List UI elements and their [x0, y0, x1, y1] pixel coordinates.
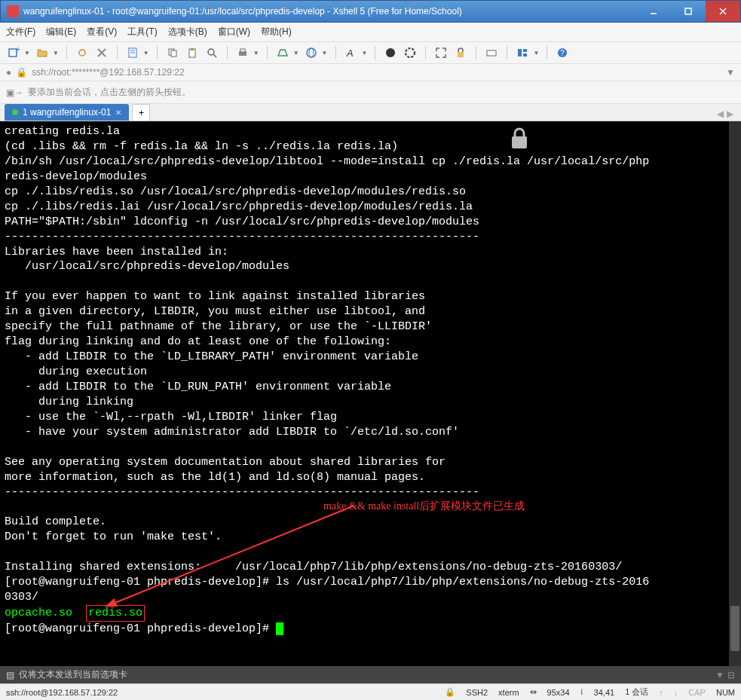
svg-point-19	[307, 48, 316, 57]
find-icon[interactable]	[204, 45, 219, 60]
fullscreen-icon[interactable]	[433, 45, 449, 60]
color-scheme-icon[interactable]	[383, 45, 398, 60]
menu-tools[interactable]: 工具(T)	[127, 26, 157, 38]
terminal-line: ----------------------------------------…	[5, 485, 736, 500]
reconnect-icon[interactable]	[75, 45, 90, 60]
tab-next-icon[interactable]: ▶	[727, 109, 733, 119]
status-size-icon: ⇔	[530, 687, 537, 697]
scroll-thumb[interactable]	[730, 606, 739, 651]
help-icon[interactable]: ?	[555, 45, 570, 60]
maximize-button[interactable]	[671, 1, 706, 22]
bullet-icon: ●	[6, 67, 11, 78]
add-session-icon[interactable]: ▣→	[6, 87, 23, 98]
menu-tabs[interactable]: 选项卡(B)	[168, 26, 207, 38]
layout-dropdown[interactable]: ▼	[533, 50, 539, 57]
layout-icon[interactable]	[515, 45, 530, 60]
connection-status-icon	[12, 109, 18, 115]
menu-edit[interactable]: 编辑(E)	[46, 26, 76, 38]
menu-file[interactable]: 文件(F)	[6, 26, 35, 38]
svg-point-22	[386, 48, 395, 57]
terminal-line: - use the `-Wl,--rpath -Wl,LIBDIR' linke…	[5, 410, 736, 425]
properties-icon[interactable]	[125, 45, 140, 60]
svg-rect-25	[487, 50, 496, 56]
xftp-dropdown[interactable]: ▼	[293, 50, 299, 57]
menu-window[interactable]: 窗口(W)	[218, 26, 250, 38]
paste-lock-icon	[509, 127, 530, 151]
globe-icon[interactable]	[304, 45, 319, 60]
svg-rect-33	[512, 136, 527, 148]
terminal-line: ----------------------------------------…	[5, 230, 736, 245]
annotation-line: make && make install后扩展模块文件已生成	[5, 500, 736, 515]
svg-line-16	[213, 54, 216, 57]
send-target-text: 仅将文本发送到当前选项卡	[19, 668, 127, 681]
properties-dropdown[interactable]: ▼	[143, 50, 149, 57]
new-session-dropdown[interactable]: ▼	[24, 50, 30, 57]
menu-view[interactable]: 查看(V)	[87, 26, 117, 38]
address-input[interactable]	[32, 67, 721, 78]
globe-dropdown[interactable]: ▼	[322, 50, 328, 57]
tab-close-icon[interactable]: ✕	[115, 109, 121, 117]
status-position: 34,41	[594, 688, 615, 697]
svg-rect-12	[171, 50, 176, 57]
tab-prev-icon[interactable]: ◀	[717, 109, 724, 119]
lock-icon[interactable]	[453, 45, 468, 60]
font-dropdown[interactable]: ▼	[362, 50, 368, 57]
status-up-icon[interactable]: ↑	[659, 688, 663, 697]
svg-rect-14	[191, 48, 194, 50]
keyboard-icon[interactable]	[484, 45, 499, 60]
tipbar: ▣→ 要添加当前会话，点击左侧的箭头按钮。	[0, 81, 741, 104]
address-dropdown-icon[interactable]: ▼	[726, 67, 735, 78]
menu-help[interactable]: 帮助(H)	[261, 26, 292, 38]
output-opcache: opcache.so	[5, 607, 72, 619]
lock-small-icon: 🔒	[16, 67, 27, 78]
disconnect-icon[interactable]	[94, 45, 109, 60]
svg-point-20	[309, 48, 314, 57]
highlight-icon[interactable]	[403, 45, 418, 60]
terminal-line: in a given directory, LIBDIR, you must e…	[5, 304, 736, 319]
quick-command-bar: ▤ 仅将文本发送到当前选项卡 ▼ ⊟	[0, 666, 741, 683]
send-target-icon[interactable]: ▤	[6, 670, 14, 680]
copy-icon[interactable]	[165, 45, 180, 60]
tab-add-button[interactable]: +	[132, 104, 150, 121]
print-icon[interactable]	[235, 45, 250, 60]
svg-rect-29	[523, 53, 527, 57]
xftp-icon[interactable]	[275, 45, 290, 60]
status-term: xterm	[498, 688, 519, 697]
svg-rect-27	[518, 49, 522, 57]
open-dropdown[interactable]: ▼	[53, 50, 59, 57]
status-lock-icon: 🔒	[445, 687, 455, 697]
status-sessions: 1 会话	[625, 686, 648, 698]
status-connection: ssh://root@192.168.57.129:22	[6, 688, 118, 697]
minimize-button[interactable]	[636, 1, 671, 22]
status-down-icon[interactable]: ↓	[674, 688, 678, 697]
terminal-line: See any operating system documentation a…	[5, 455, 736, 470]
open-icon[interactable]	[35, 45, 50, 60]
tab-label: 1 wangruifenglinux-01	[23, 107, 111, 118]
annotation-text: make && make install后扩展模块文件已生成	[323, 500, 525, 512]
close-button[interactable]	[706, 1, 740, 22]
svg-rect-28	[523, 49, 527, 52]
terminal-line: If you ever happen to want to link again…	[5, 289, 736, 304]
terminal-line: during execution	[5, 365, 736, 380]
window-titlebar: wangruifenglinux-01 - root@wangruifeng-0…	[0, 0, 741, 23]
status-size: 95x34	[547, 688, 570, 697]
status-cursor-icon: ⁞	[580, 687, 583, 697]
font-icon[interactable]: A	[344, 45, 359, 60]
new-session-icon[interactable]: +	[6, 45, 21, 60]
terminal-line: redis-develop/modules	[5, 170, 736, 185]
svg-text:A: A	[346, 47, 354, 59]
terminal-line: /bin/sh /usr/local/src/phpredis-develop/…	[5, 154, 736, 170]
print-dropdown[interactable]: ▼	[253, 50, 259, 57]
status-cap: CAP	[688, 688, 706, 697]
terminal-line: PATH="$PATH:/sbin" ldconfig -n /usr/loca…	[5, 215, 736, 230]
quickbar-dropdown-icon[interactable]: ▼	[715, 670, 724, 680]
quickbar-expand-icon[interactable]: ⊟	[727, 670, 735, 680]
paste-icon[interactable]	[185, 45, 200, 60]
tab-session-1[interactable]: 1 wangruifenglinux-01 ✕	[5, 104, 129, 121]
cursor-icon	[276, 622, 283, 635]
terminal-prompt-line: [root@wangruifeng-01 phpredis-develop]#	[5, 622, 736, 637]
status-num: NUM	[716, 688, 735, 697]
terminal[interactable]: creating redis.la(cd .libs && rm -f redi…	[0, 121, 741, 666]
scrollbar[interactable]	[729, 121, 741, 666]
terminal-line: - add LIBDIR to the `LD_RUN_PATH' enviro…	[5, 380, 736, 395]
